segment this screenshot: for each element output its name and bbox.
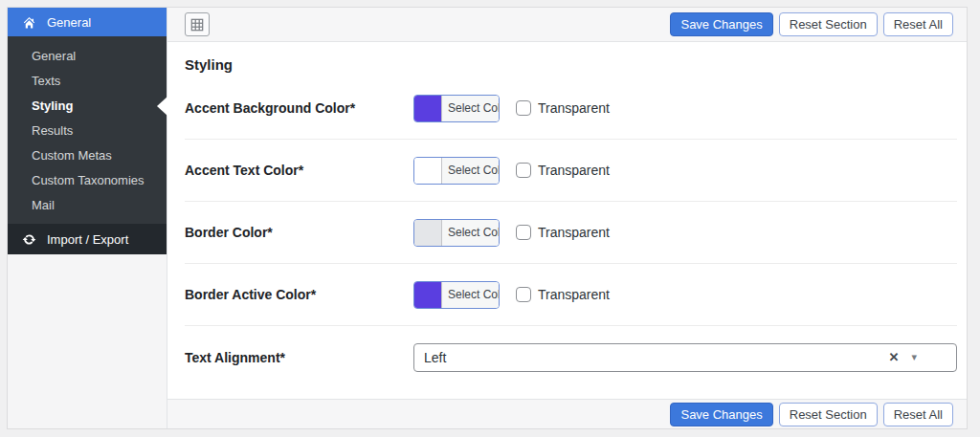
table-view-button[interactable] [185, 12, 210, 36]
sidebar-item-texts[interactable]: Texts [8, 69, 167, 94]
color-picker-button[interactable]: Select Color [413, 157, 500, 185]
setting-control: Select Color Transparent [413, 95, 610, 122]
bottom-toolbar: Save Changes Reset Section Reset All [167, 399, 967, 428]
setting-label: Text Alignment* [185, 350, 413, 365]
color-swatch [414, 282, 441, 308]
sidebar-item-label: General [32, 49, 76, 63]
transparent-label: Transparent [538, 163, 610, 178]
setting-control: Select Color Transparent [413, 157, 610, 185]
sidebar-item-mail[interactable]: Mail [8, 193, 167, 218]
select-value: Left [424, 350, 889, 365]
setting-row-text-alignment: Text Alignment* Left ✕ ▾ [185, 326, 957, 388]
sidebar-header-general[interactable]: General [8, 8, 167, 36]
setting-row-border-color: Border Color* Select Color Transparent [185, 202, 957, 264]
transparent-checkbox[interactable] [516, 225, 531, 240]
transparent-checkbox[interactable] [516, 287, 531, 302]
sidebar-item-label: Texts [32, 74, 60, 88]
setting-row-accent-background-color: Accent Background Color* Select Color Tr… [185, 77, 957, 140]
reset-all-button-bottom[interactable]: Reset All [883, 403, 953, 426]
select-color-label: Select Color [441, 158, 500, 184]
settings-panel: General General Texts Styling Results Cu… [7, 7, 968, 429]
setting-label: Border Active Color* [185, 287, 413, 302]
reset-all-button-top[interactable]: Reset All [883, 12, 953, 36]
setting-label: Accent Background Color* [185, 100, 413, 116]
transparent-checkbox[interactable] [516, 163, 531, 178]
sidebar-item-custom-metas[interactable]: Custom Metas [8, 143, 167, 168]
sidebar-header-label: General [47, 15, 91, 30]
transparent-checkbox[interactable] [516, 100, 531, 116]
transparent-label: Transparent [538, 100, 610, 116]
home-icon [22, 15, 36, 30]
select-color-label: Select Color [441, 96, 500, 121]
color-picker-button[interactable]: Select Color [413, 281, 500, 309]
sidebar-item-results[interactable]: Results [8, 119, 167, 143]
sidebar-item-styling[interactable]: Styling [8, 94, 167, 119]
chevron-down-icon[interactable]: ▾ [911, 351, 917, 363]
sidebar-menu: General General Texts Styling Results Cu… [8, 8, 167, 254]
color-swatch [414, 158, 441, 184]
sidebar-item-import-export[interactable]: Import / Export [8, 224, 167, 254]
select-color-label: Select Color [441, 220, 500, 246]
reset-section-button-bottom[interactable]: Reset Section [779, 403, 878, 426]
setting-control: Left ✕ ▾ [413, 343, 957, 372]
transparent-label: Transparent [538, 225, 610, 240]
reset-section-button-top[interactable]: Reset Section [779, 12, 878, 36]
sidebar-item-label: Custom Metas [32, 148, 112, 163]
transparent-label: Transparent [538, 287, 610, 302]
color-picker-button[interactable]: Select Color [413, 219, 500, 247]
select-color-label: Select Color [441, 282, 500, 308]
color-swatch [414, 96, 441, 121]
import-export-label: Import / Export [47, 232, 128, 247]
sidebar-item-label: Results [32, 123, 73, 138]
sidebar: General General Texts Styling Results Cu… [8, 8, 167, 428]
top-toolbar: Save Changes Reset Section Reset All [167, 8, 967, 42]
active-item-arrow [157, 97, 167, 116]
sidebar-empty-area [8, 254, 167, 428]
sidebar-item-label: Styling [32, 98, 73, 113]
color-swatch [414, 220, 441, 246]
text-alignment-select[interactable]: Left ✕ ▾ [413, 343, 957, 372]
sidebar-item-custom-taxonomies[interactable]: Custom Taxonomies [8, 168, 167, 193]
setting-control: Select Color Transparent [413, 281, 610, 309]
content-area: Save Changes Reset Section Reset All Sty… [167, 8, 967, 428]
sidebar-nav: General Texts Styling Results Custom Met… [8, 36, 167, 224]
setting-label: Accent Text Color* [185, 163, 413, 178]
sync-icon [22, 232, 36, 247]
page-title: Styling [185, 42, 957, 77]
settings-form: Styling Accent Background Color* Select … [167, 42, 967, 399]
setting-row-border-active-color: Border Active Color* Select Color Transp… [185, 264, 957, 326]
save-changes-button-top[interactable]: Save Changes [670, 12, 772, 36]
sidebar-item-label: Mail [32, 198, 55, 212]
setting-label: Border Color* [185, 225, 413, 240]
setting-row-accent-text-color: Accent Text Color* Select Color Transpar… [185, 140, 957, 202]
sidebar-item-label: Custom Taxonomies [32, 173, 145, 187]
color-picker-button[interactable]: Select Color [413, 95, 500, 122]
close-icon[interactable]: ✕ [889, 350, 900, 364]
setting-control: Select Color Transparent [413, 219, 610, 247]
sidebar-item-general[interactable]: General [8, 44, 167, 69]
table-icon [190, 18, 204, 32]
save-changes-button-bottom[interactable]: Save Changes [670, 403, 772, 426]
